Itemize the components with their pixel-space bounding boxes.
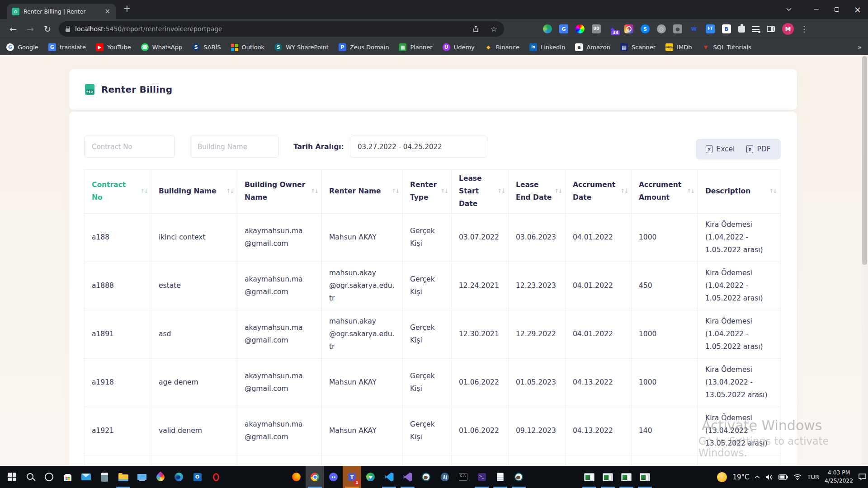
browser-menu-icon[interactable]: ⋮ bbox=[800, 24, 808, 33]
sort-icon[interactable]: ↑↓ bbox=[140, 187, 147, 197]
taskbar-clock[interactable]: 4:03 PM4/25/2022 bbox=[825, 469, 853, 485]
taskbar-ssms-window-2[interactable] bbox=[599, 466, 617, 488]
new-tab-button[interactable]: + bbox=[123, 3, 131, 14]
bookmark-imdb[interactable]: IMDbIMDb bbox=[665, 43, 692, 51]
bookmark-zeus-domain[interactable]: PZeus Domain bbox=[339, 43, 389, 51]
back-button[interactable]: ← bbox=[5, 24, 22, 34]
battery-icon[interactable] bbox=[778, 474, 788, 480]
action-center-icon[interactable] bbox=[859, 474, 866, 480]
taskbar-file-explorer[interactable] bbox=[114, 466, 132, 488]
column-header-building-owner-name[interactable]: Building Owner Name↑↓ bbox=[237, 170, 322, 214]
bookmark-whatsapp[interactable]: ☎WhatsApp bbox=[141, 43, 182, 51]
tray-chevron-icon[interactable] bbox=[755, 475, 760, 479]
ft-icon[interactable]: FT bbox=[706, 24, 715, 33]
bookmark-binance[interactable]: ◆Binance bbox=[485, 43, 519, 51]
sort-icon[interactable]: ↑↓ bbox=[311, 187, 318, 197]
volume-icon[interactable] bbox=[765, 474, 773, 480]
taskbar-vscode[interactable] bbox=[380, 466, 398, 488]
taskbar-outlook[interactable] bbox=[188, 466, 207, 488]
sort-icon[interactable]: ↑↓ bbox=[440, 187, 448, 197]
taskbar-dbeaver-2[interactable] bbox=[509, 466, 528, 488]
taskbar-windows-terminal[interactable] bbox=[472, 466, 491, 488]
bookmark-sabi-s[interactable]: SSABİS bbox=[192, 43, 221, 51]
taskbar-notepad[interactable] bbox=[491, 466, 509, 488]
taskbar-idm[interactable] bbox=[361, 466, 380, 488]
column-header-accrument-date[interactable]: Accrument Date↑↓ bbox=[566, 170, 632, 214]
bookmark-youtube[interactable]: ▶YouTube bbox=[96, 43, 131, 51]
column-header-accrument-amount[interactable]: Accrument Amount↑↓ bbox=[632, 170, 698, 214]
purple-diamond-icon[interactable]: ◆34 bbox=[608, 24, 617, 33]
share-icon[interactable] bbox=[472, 25, 479, 33]
pdf-export-button[interactable]: pPDF bbox=[741, 145, 776, 153]
sort-icon[interactable]: ↑↓ bbox=[687, 187, 694, 197]
column-header-lease-end-date[interactable]: Lease End Date↑↓ bbox=[509, 170, 566, 214]
taskbar-firefox[interactable] bbox=[287, 466, 306, 488]
side-panel-icon[interactable] bbox=[767, 26, 775, 32]
temperature[interactable]: 19°C bbox=[732, 473, 749, 481]
bookmark-amazon[interactable]: aAmazon bbox=[575, 43, 610, 51]
bookmark-translate[interactable]: Gtranslate bbox=[48, 43, 86, 51]
bookmark-linkedin[interactable]: inLinkedIn bbox=[529, 43, 565, 51]
shazam-icon[interactable]: S bbox=[641, 24, 650, 33]
taskbar-cmd[interactable] bbox=[454, 466, 472, 488]
taskbar-microsoft-store[interactable] bbox=[58, 466, 77, 488]
taskbar-calculator[interactable] bbox=[95, 466, 114, 488]
taskbar-this-pc[interactable] bbox=[132, 466, 151, 488]
taskbar-dbeaver[interactable] bbox=[417, 466, 435, 488]
taskbar-ssms-window-3[interactable] bbox=[617, 466, 636, 488]
window-close-button[interactable]: × bbox=[847, 0, 868, 19]
page-scrollbar[interactable] bbox=[861, 55, 868, 466]
taskbar-cortana[interactable] bbox=[40, 466, 58, 488]
bookmark-outlook[interactable]: Outlook bbox=[231, 44, 265, 51]
browser-tab[interactable]: ⌂ Renter Billing | Renter × bbox=[7, 4, 116, 19]
taskbar-mail[interactable] bbox=[77, 466, 95, 488]
forward-button[interactable]: → bbox=[22, 24, 39, 34]
column-header-building-name[interactable]: Building Name↑↓ bbox=[151, 170, 237, 214]
taskbar-opera[interactable] bbox=[207, 466, 225, 488]
wave-icon[interactable]: W bbox=[689, 24, 698, 33]
color-wheel-icon[interactable] bbox=[576, 24, 585, 33]
keyboard-language[interactable]: TUR bbox=[807, 474, 819, 480]
profile-avatar[interactable]: M bbox=[782, 23, 794, 35]
taskbar-ssms-window-4[interactable] bbox=[636, 466, 654, 488]
bookmarks-overflow[interactable]: » bbox=[858, 43, 862, 52]
b-icon[interactable]: B bbox=[722, 24, 731, 33]
taskbar-discord[interactable] bbox=[324, 466, 343, 488]
reload-button[interactable]: ↻ bbox=[39, 24, 56, 34]
shield-icon[interactable]: ○ bbox=[657, 24, 666, 33]
taskbar-edge[interactable] bbox=[170, 466, 188, 488]
ublock-icon[interactable]: UD bbox=[592, 24, 601, 33]
sort-icon[interactable]: ↑↓ bbox=[226, 187, 233, 197]
column-header-renter-type[interactable]: Renter Type↑↓ bbox=[403, 170, 452, 214]
idm-icon[interactable] bbox=[543, 24, 552, 33]
tab-close-icon[interactable]: × bbox=[104, 7, 111, 15]
wifi-icon[interactable] bbox=[793, 474, 802, 480]
weather-sun-icon[interactable] bbox=[717, 472, 727, 482]
address-bar[interactable]: localhost:5450/report/renterinvoicerepor… bbox=[59, 21, 504, 37]
sort-icon[interactable]: ↑↓ bbox=[392, 187, 399, 197]
taskbar-teams[interactable]: 1 bbox=[343, 466, 361, 488]
column-header-renter-name[interactable]: Renter Name↑↓ bbox=[322, 170, 403, 214]
taskbar-chrome[interactable] bbox=[306, 466, 324, 488]
sort-icon[interactable]: ↑↓ bbox=[620, 187, 627, 197]
taskbar-paint-3d[interactable] bbox=[151, 466, 170, 488]
taskbar-visual-studio[interactable] bbox=[398, 466, 417, 488]
column-header-contract-no[interactable]: Contract No↑↓ bbox=[85, 170, 151, 214]
scrollbar-thumb[interactable] bbox=[862, 56, 867, 265]
taskbar-search[interactable] bbox=[21, 466, 40, 488]
instagram-icon[interactable] bbox=[624, 24, 633, 33]
sort-icon[interactable]: ↑↓ bbox=[554, 187, 561, 197]
bookmark-wy-sharepoint[interactable]: SWY SharePoint bbox=[274, 43, 329, 51]
bookmark-scanner[interactable]: ▤Scanner bbox=[620, 43, 656, 51]
bookmark-planner[interactable]: ▦Planner bbox=[399, 43, 432, 51]
contract-no-input[interactable] bbox=[84, 136, 175, 158]
google-translate-icon[interactable]: G bbox=[559, 24, 568, 33]
window-maximize-button[interactable] bbox=[826, 0, 847, 19]
column-header-lease-start-date[interactable]: Lease Start Date↑↓ bbox=[452, 170, 509, 214]
bookmark-sql-tutorials[interactable]: ▼SQL Tutorials bbox=[702, 43, 751, 51]
building-name-input[interactable] bbox=[190, 136, 279, 158]
sort-icon[interactable]: ↑↓ bbox=[497, 187, 505, 197]
sort-icon[interactable]: ↑↓ bbox=[769, 187, 776, 197]
tab-search-chevron-icon[interactable] bbox=[778, 0, 799, 19]
media-queue-icon[interactable] bbox=[752, 26, 760, 32]
